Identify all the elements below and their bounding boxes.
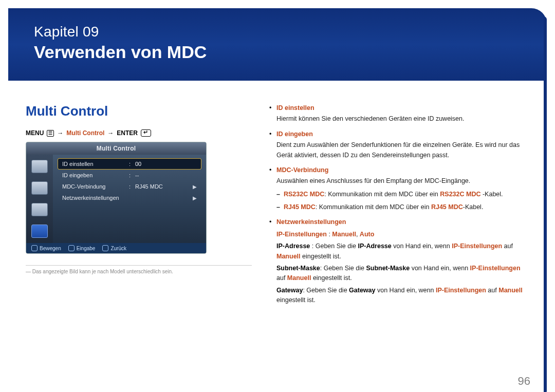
ip-settings-value: Auto bbox=[360, 231, 374, 238]
osd-row-value: RJ45 MDC bbox=[135, 183, 190, 190]
t: auf bbox=[486, 287, 498, 294]
osd-row-sep: : bbox=[129, 161, 135, 167]
osd-row-sep: : bbox=[129, 172, 135, 178]
ip-settings-label: IP-Einstellungen bbox=[276, 231, 327, 238]
ip-adresse-line: IP-Adresse : Geben Sie die IP-Adresse vo… bbox=[276, 241, 530, 262]
right-column: ID einstellen Hiermit können Sie den ver… bbox=[269, 103, 530, 310]
page: Kapitel 09 Verwenden von MDC Multi Contr… bbox=[0, 8, 555, 392]
item-id-einstellen: ID einstellen Hiermit können Sie den ver… bbox=[269, 103, 530, 124]
t: : Geben Sie die bbox=[320, 265, 366, 272]
hl: Manuell bbox=[276, 253, 301, 260]
osd-tab-icon-active bbox=[31, 225, 48, 238]
content-area: Multi Control MENU ☰ → Multi Control → E… bbox=[0, 81, 555, 310]
osd-row: ID eingeben : -- bbox=[58, 170, 201, 180]
osd-row: Netzwerkeinstellungen ▶ bbox=[58, 193, 201, 203]
enter-icon bbox=[68, 245, 75, 251]
chapter-title: Verwenden von MDC bbox=[34, 42, 523, 62]
chapter-label: Kapitel 09 bbox=[34, 24, 523, 40]
osd-footer-back-label: Zurück bbox=[110, 246, 126, 251]
sub-text: : Kommunikation mit dem MDC über ein bbox=[316, 203, 431, 211]
chevron-right-icon: ▶ bbox=[190, 184, 197, 190]
item-mdc-verbindung: MDC-Verbindung Auswählen eines Anschluss… bbox=[269, 165, 530, 213]
hl: IP-Einstellungen bbox=[452, 242, 502, 250]
arrow-icon: → bbox=[107, 129, 114, 137]
breadcrumb-step: Multi Control bbox=[66, 129, 104, 137]
t: eingestellt ist. bbox=[276, 296, 316, 304]
item-desc: Dient zum Auswählen der Senderfunktionen… bbox=[276, 140, 530, 160]
osd-row-value: -- bbox=[135, 172, 190, 178]
osd-row-label: ID einstellen bbox=[62, 161, 129, 167]
osd-footer-enter-label: Eingabe bbox=[77, 246, 96, 251]
t: von Hand ein, wenn bbox=[410, 265, 470, 272]
hl: Manuell bbox=[498, 287, 523, 294]
osd-footer-move-label: Bewegen bbox=[40, 246, 61, 251]
osd-row: MDC-Verbindung : RJ45 MDC ▶ bbox=[58, 181, 201, 192]
osd-footer-back: Zurück bbox=[102, 245, 126, 251]
sub-hl: RJ45 MDC bbox=[431, 203, 463, 211]
item-desc: Hiermit können Sie den verschiedenen Ger… bbox=[276, 114, 530, 124]
t: eingestellt ist. bbox=[301, 253, 341, 260]
osd-screenshot: Multi Control ID einstellen : 00 bbox=[26, 142, 207, 254]
osd-footer: Bewegen Eingabe Zurück bbox=[26, 243, 206, 253]
osd-tab-icon bbox=[31, 160, 48, 173]
hl: IP-Einstellungen bbox=[436, 287, 486, 294]
osd-row-label: ID eingeben bbox=[62, 172, 129, 178]
subnet-line: Subnet-Maske: Geben Sie die Subnet-Maske… bbox=[276, 264, 530, 284]
t: : Geben Sie die bbox=[310, 242, 358, 250]
osd-tab-icon bbox=[31, 181, 48, 195]
osd-row-selected: ID einstellen : 00 bbox=[58, 159, 201, 169]
row-bold: Gateway bbox=[349, 287, 375, 294]
row-bold: IP-Adresse bbox=[358, 242, 391, 250]
row-key: Subnet-Maske bbox=[276, 265, 320, 272]
sub-hl: RS232C MDC bbox=[440, 191, 480, 198]
osd-body: ID einstellen : 00 ID eingeben : -- bbox=[26, 155, 206, 243]
t: auf bbox=[276, 274, 287, 282]
menu-icon: ☰ bbox=[47, 130, 54, 137]
divider bbox=[26, 265, 252, 266]
footnote-text: Das angezeigte Bild kann je nach Modell … bbox=[32, 269, 173, 274]
chevron-right-icon: ▶ bbox=[190, 195, 197, 201]
item-id-eingeben: ID eingeben Dient zum Auswählen der Send… bbox=[269, 129, 530, 160]
item-label: ID einstellen bbox=[276, 104, 314, 111]
sep: : bbox=[327, 231, 332, 238]
left-column: Multi Control MENU ☰ → Multi Control → E… bbox=[26, 103, 242, 310]
row-bold: Subnet-Maske bbox=[366, 265, 410, 272]
ip-settings-value: Manuell bbox=[332, 231, 356, 238]
footnote-prefix: ― bbox=[26, 269, 31, 274]
osd-row-sep: : bbox=[129, 183, 135, 190]
item-desc: Auswählen eines Anschlusses für den Empf… bbox=[276, 176, 530, 186]
arrow-icon: → bbox=[57, 129, 63, 137]
row-key: IP-Adresse bbox=[276, 242, 310, 250]
sub-hl: RS232C MDC bbox=[284, 191, 324, 198]
dpad-icon bbox=[31, 245, 38, 251]
osd-row-label: Netzwerkeinstellungen bbox=[62, 195, 129, 201]
comma: , bbox=[356, 231, 360, 238]
sub-text: : Kommunikation mit dem MDC über ein bbox=[324, 191, 440, 198]
osd-main: ID einstellen : 00 ID eingeben : -- bbox=[53, 155, 206, 243]
t: : Geben Sie die bbox=[303, 287, 349, 294]
sub-hl: RJ45 MDC bbox=[284, 203, 316, 211]
enter-icon bbox=[141, 129, 151, 137]
osd-tab-icon bbox=[31, 203, 48, 216]
page-number: 96 bbox=[518, 375, 530, 388]
item-label: MDC-Verbindung bbox=[276, 166, 328, 174]
breadcrumb-enter-label: ENTER bbox=[117, 129, 138, 137]
decorative-edge bbox=[544, 16, 547, 392]
sub-text: -Kabel. bbox=[480, 191, 503, 198]
chapter-header: Kapitel 09 Verwenden von MDC bbox=[8, 8, 547, 81]
osd-footer-enter: Eingabe bbox=[68, 245, 96, 251]
sub-text: -Kabel. bbox=[463, 203, 484, 211]
item-label: Netzwerkeinstellungen bbox=[276, 218, 346, 226]
ip-einstellungen-line: IP-Einstellungen : Manuell, Auto bbox=[276, 230, 530, 239]
breadcrumb: MENU ☰ → Multi Control → ENTER bbox=[26, 129, 242, 137]
osd-sidebar bbox=[26, 155, 53, 243]
t: eingestellt ist. bbox=[311, 274, 351, 282]
item-netzwerkeinstellungen: Netzwerkeinstellungen IP-Einstellungen :… bbox=[269, 217, 530, 305]
section-heading: Multi Control bbox=[26, 103, 242, 119]
hl: IP-Einstellungen bbox=[470, 265, 521, 272]
osd-row-label: MDC-Verbindung bbox=[62, 183, 129, 190]
back-icon bbox=[102, 245, 108, 251]
sub-rj45: RJ45 MDC: Kommunikation mit dem MDC über… bbox=[276, 202, 530, 212]
t: von Hand ein, wenn bbox=[376, 287, 436, 294]
item-label: ID eingeben bbox=[276, 130, 313, 138]
